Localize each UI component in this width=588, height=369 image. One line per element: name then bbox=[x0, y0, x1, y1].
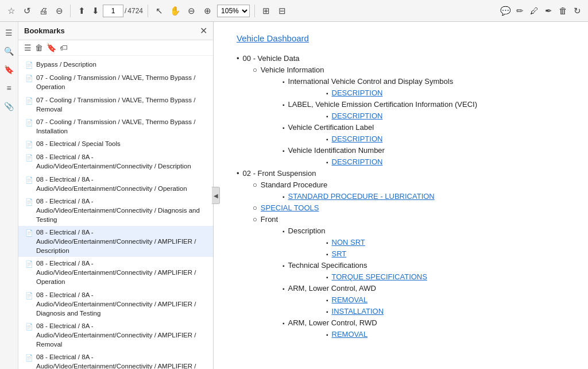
outline-row: ARM, Lower Control, AWD bbox=[283, 283, 565, 293]
page-total: 4724 bbox=[127, 7, 143, 15]
item-label: Technical Specifications bbox=[288, 261, 368, 270]
bookmark-label: 08 - Electrical / 8A - Audio/Video/Enter… bbox=[36, 290, 208, 318]
item-label: Vehicle Information bbox=[261, 66, 324, 74]
pencil-icon[interactable]: ✏ bbox=[513, 5, 526, 17]
search-left-icon[interactable]: 🔍 bbox=[3, 45, 16, 57]
bookmark-item[interactable]: 📄 07 - Cooling / Transmission / VALVE, T… bbox=[18, 94, 213, 116]
outline-children: TORQUE SPECIFICATIONS bbox=[283, 272, 565, 282]
bookmark-item[interactable]: 📄 08 - Electrical / 8A - Audio/Video/Ent… bbox=[18, 226, 213, 257]
zoom-reduce-icon[interactable]: ⊖ bbox=[53, 5, 65, 17]
outline-children: STANDARD PROCEDURE - LUBRICATION bbox=[253, 191, 565, 201]
outline-children: International Vehicle Control and Displa… bbox=[253, 76, 565, 167]
item-label: ARM, Lower Control, AWD bbox=[288, 284, 376, 293]
sidebar-list-icon[interactable]: ☰ bbox=[24, 43, 32, 52]
outline-row: 00 - Vehicle Data bbox=[237, 53, 565, 63]
bookmark-item[interactable]: 📄 Bypass / Description bbox=[18, 58, 213, 71]
layers-left-icon[interactable]: ≡ bbox=[3, 82, 16, 94]
attach-left-icon[interactable]: 📎 bbox=[3, 100, 16, 113]
outline-item: DESCRIPTION bbox=[326, 157, 565, 167]
comment-icon[interactable]: 💬 bbox=[499, 5, 512, 17]
outline-row: SPECIAL TOOLS bbox=[253, 203, 565, 213]
sep2 bbox=[148, 5, 148, 17]
bookmark-file-icon: 📄 bbox=[25, 118, 33, 127]
highlight-icon[interactable]: 🖊 bbox=[528, 5, 540, 17]
next-page-icon[interactable]: ⬇ bbox=[89, 5, 102, 17]
sidebar-bookmark-icon[interactable]: 🔖 bbox=[47, 43, 56, 52]
bookmark-item[interactable]: 📄 08 - Electrical / 8A - Audio/Video/Ent… bbox=[18, 173, 213, 195]
outline-item: LABEL, Vehicle Emission Certification In… bbox=[283, 99, 565, 121]
cursor-icon[interactable]: ↖ bbox=[153, 5, 165, 17]
torque-specs-link[interactable]: TORQUE SPECIFICATIONS bbox=[332, 272, 427, 281]
non-srt-link[interactable]: NON SRT bbox=[332, 238, 365, 247]
zoom-in-icon[interactable]: ⊕ bbox=[201, 5, 214, 17]
outline-item-description: Description NON SRT bbox=[283, 226, 565, 259]
hand-icon[interactable]: ✋ bbox=[169, 5, 181, 17]
srt-link[interactable]: SRT bbox=[332, 249, 347, 258]
bookmark-label: 08 - Electrical / 8A - Audio/Video/Enter… bbox=[36, 228, 208, 255]
description-link[interactable]: DESCRIPTION bbox=[332, 89, 383, 97]
fit-page-icon[interactable]: ⊞ bbox=[260, 5, 272, 17]
sidebar-close-button[interactable]: ✕ bbox=[200, 25, 207, 36]
sidebar: Bookmarks ✕ ☰ 🗑 🔖 🏷 📄 Bypass / Descripti… bbox=[18, 22, 214, 369]
outline-row: DESCRIPTION bbox=[326, 88, 565, 98]
description-link[interactable]: DESCRIPTION bbox=[332, 134, 383, 143]
zoom-select[interactable]: 105% 50% 75% 100% 125% 150% 200% bbox=[217, 5, 250, 17]
bullet-icon bbox=[283, 100, 288, 109]
bookmark-item[interactable]: 📄 08 - Electrical / 8A - Audio/Video/Ent… bbox=[18, 320, 213, 351]
outline-children: Standard Procedure STANDARD PROCEDURE - … bbox=[237, 180, 565, 339]
star-icon[interactable]: ☆ bbox=[5, 5, 17, 17]
bookmark-item[interactable]: 📄 08 - Electrical / Special Tools bbox=[18, 137, 213, 151]
sidebar-collapse-arrow[interactable]: ◀ bbox=[212, 187, 220, 204]
trash-icon[interactable]: 🗑 bbox=[556, 5, 569, 17]
installation-link[interactable]: INSTALLATION bbox=[332, 307, 384, 316]
bookmark-item[interactable]: 📄 08 - Electrical / 8A - Audio/Video/Ent… bbox=[18, 151, 213, 172]
outline-row: SRT bbox=[326, 249, 565, 259]
sidebar-tag-icon[interactable]: 🏷 bbox=[60, 43, 68, 52]
special-tools-link[interactable]: SPECIAL TOOLS bbox=[261, 203, 319, 212]
back-icon[interactable]: ↺ bbox=[21, 5, 33, 17]
bookmark-item[interactable]: 📄 08 - Electrical / 8A - Audio/Video/Ent… bbox=[18, 257, 213, 288]
removal-link[interactable]: REMOVAL bbox=[332, 330, 368, 339]
zoom-out-icon[interactable]: ⊖ bbox=[185, 5, 198, 17]
bookmark-label: 07 - Cooling / Transmission / VALVE, The… bbox=[36, 95, 208, 114]
outline-row: REMOVAL bbox=[326, 329, 565, 339]
print-icon[interactable]: 🖨 bbox=[37, 5, 49, 17]
bullet-icon bbox=[326, 112, 332, 120]
panel-toggle-icon[interactable]: ☰ bbox=[3, 26, 16, 39]
outline-row: LABEL, Vehicle Emission Certification In… bbox=[283, 99, 565, 109]
bullet-icon bbox=[237, 54, 243, 63]
bookmark-item[interactable]: 📄 08 - Electrical / 8A - Audio/Video/Ent… bbox=[18, 289, 213, 320]
outline-children: DESCRIPTION bbox=[283, 88, 565, 98]
sidebar-toolbar: ☰ 🗑 🔖 🏷 bbox=[18, 40, 213, 56]
bullet-icon bbox=[283, 261, 288, 270]
outline-children: DESCRIPTION bbox=[283, 134, 565, 144]
bookmark-item[interactable]: 📄 07 - Cooling / Transmission / VALVE, T… bbox=[18, 71, 213, 93]
bookmarks-left-icon[interactable]: 🔖 bbox=[3, 63, 16, 76]
removal-link[interactable]: REMOVAL bbox=[332, 295, 368, 304]
bookmark-item[interactable]: 📄 07 - Cooling / Transmission / VALVE, T… bbox=[18, 116, 213, 137]
description-link[interactable]: DESCRIPTION bbox=[332, 157, 383, 166]
outline-item-tech-spec: Technical Specifications TORQUE SPECIFIC… bbox=[283, 260, 565, 282]
content-title[interactable]: Vehicle Dashboard bbox=[237, 33, 565, 43]
outline-children: DESCRIPTION bbox=[283, 157, 565, 167]
description-link[interactable]: DESCRIPTION bbox=[332, 112, 383, 120]
bookmark-item[interactable]: 📄 08 - Electrical / 8A - Audio/Video/Ent… bbox=[18, 195, 213, 226]
content-area[interactable]: Vehicle Dashboard 00 - Vehicle Data Vehi… bbox=[214, 22, 588, 369]
sep1 bbox=[70, 5, 71, 17]
bookmark-item[interactable]: 📄 08 - Electrical / 8A - Audio/Video/Ent… bbox=[18, 351, 213, 369]
refresh-icon[interactable]: ↻ bbox=[571, 5, 583, 17]
sidebar-scroll-area[interactable]: 📄 Bypass / Description 📄 07 - Cooling / … bbox=[18, 56, 213, 369]
bullet-icon bbox=[326, 249, 332, 258]
outline-item: STANDARD PROCEDURE - LUBRICATION bbox=[283, 191, 565, 201]
left-icon-strip: ☰ 🔍 🔖 ≡ 📎 bbox=[0, 22, 18, 369]
signature-icon[interactable]: ✒ bbox=[542, 5, 555, 17]
item-label: Standard Procedure bbox=[261, 180, 327, 189]
page-input[interactable]: 1 bbox=[103, 5, 123, 17]
outline-item-arm-rwd: ARM, Lower Control, RWD REMOVAL bbox=[283, 318, 565, 339]
view-icon[interactable]: ⊟ bbox=[276, 5, 288, 17]
sidebar-delete-icon[interactable]: 🗑 bbox=[35, 43, 43, 52]
prev-page-icon[interactable]: ⬆ bbox=[75, 5, 88, 17]
item-label: International Vehicle Control and Displa… bbox=[288, 77, 454, 86]
std-proc-link[interactable]: STANDARD PROCEDURE - LUBRICATION bbox=[288, 192, 435, 201]
outline-row: Technical Specifications bbox=[283, 260, 565, 270]
